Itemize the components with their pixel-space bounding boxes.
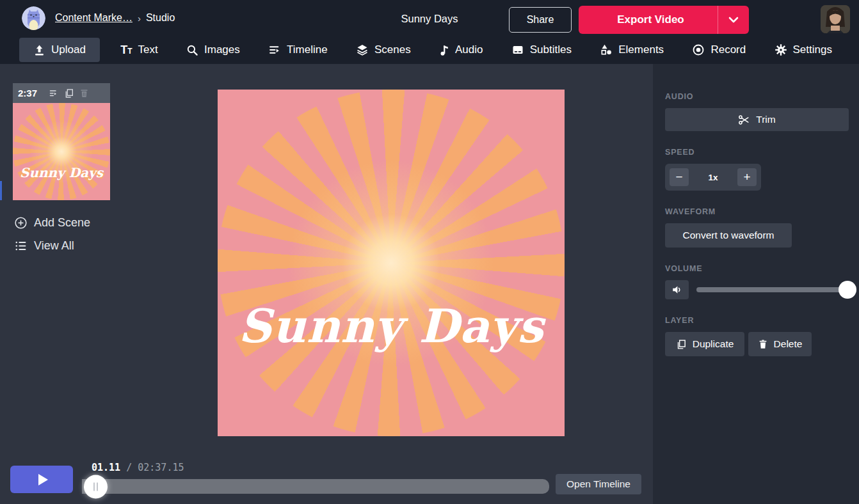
upload-icon: [33, 44, 45, 56]
view-all-button[interactable]: View All: [14, 239, 74, 253]
volume-slider-thumb[interactable]: [839, 281, 856, 299]
speed-control: − 1x +: [665, 164, 761, 191]
search-icon: [186, 44, 198, 56]
convert-to-waveform-label: Convert to waveform: [683, 230, 775, 241]
timeline-icon: [268, 44, 281, 56]
scene-timeline-icon[interactable]: [49, 88, 59, 98]
mute-button[interactable]: [665, 280, 689, 299]
export-options-caret[interactable]: [718, 17, 749, 23]
sidebar-scroll-indicator[interactable]: [0, 181, 2, 200]
export-video-button[interactable]: Export Video: [579, 6, 749, 34]
share-button-label: Share: [527, 14, 554, 26]
speed-section-label: SPEED: [665, 148, 849, 157]
breadcrumb-separator: ›: [138, 13, 141, 24]
view-all-label: View All: [34, 239, 74, 253]
speed-decrease-button[interactable]: −: [670, 168, 689, 186]
volume-section-label: VOLUME: [665, 264, 849, 273]
tab-settings-label: Settings: [793, 43, 832, 56]
thumbnail-caption: Sunny Days: [13, 165, 110, 180]
add-scene-label: Add Scene: [34, 216, 90, 230]
tab-audio[interactable]: Audio: [431, 38, 490, 61]
speaker-icon: [671, 284, 684, 295]
tab-audio-label: Audio: [455, 43, 483, 56]
circle-plus-icon: [14, 216, 28, 230]
user-avatar[interactable]: [821, 5, 850, 33]
total-time: 02:37.15: [138, 462, 184, 473]
tab-subtitles[interactable]: Subtitles: [504, 38, 579, 61]
delete-label: Delete: [774, 338, 803, 350]
scissors-icon: [738, 114, 750, 126]
tab-scenes[interactable]: Scenes: [348, 38, 419, 61]
tab-subtitles-label: Subtitles: [530, 43, 572, 56]
canvas-caption: Sunny Days: [218, 298, 565, 352]
subtitles-icon: [511, 44, 524, 56]
seek-bar[interactable]: [82, 479, 549, 494]
plus-icon: +: [743, 171, 750, 183]
scene-duplicate-icon[interactable]: [64, 88, 74, 98]
workspace-avatar[interactable]: [22, 6, 45, 30]
tab-record[interactable]: Record: [684, 38, 753, 61]
share-button[interactable]: Share: [509, 7, 572, 33]
app-header: Content Marke… › Studio Sunny Days Share…: [0, 0, 859, 64]
user-photo: [821, 5, 850, 33]
tab-settings[interactable]: Settings: [767, 38, 840, 61]
scene-card-header: 2:37: [13, 83, 110, 103]
main-toolbar: Upload TT Text Images Timeline: [0, 36, 859, 64]
breadcrumb: Content Marke… › Studio: [55, 12, 175, 24]
waveform-section-label: WAVEFORM: [665, 207, 849, 216]
tab-upload[interactable]: Upload: [19, 38, 100, 62]
export-video-label: Export Video: [579, 13, 718, 26]
volume-slider[interactable]: [696, 287, 849, 292]
open-timeline-button[interactable]: Open Timeline: [556, 474, 641, 494]
scene-card[interactable]: 2:37 Sunny Days: [13, 83, 110, 200]
gear-icon: [775, 43, 787, 56]
chevron-down-icon: [728, 17, 739, 23]
scene-duration: 2:37: [18, 88, 37, 98]
layer-actions: Duplicate Delete: [665, 332, 849, 356]
duplicate-label: Duplicate: [693, 338, 734, 350]
seek-handle[interactable]: [84, 475, 108, 498]
editor-main-area: 2:37 Sunny Days Add Scene: [0, 64, 653, 504]
tab-elements-label: Elements: [618, 43, 664, 56]
volume-control: [665, 280, 849, 299]
duplicate-layer-button[interactable]: Duplicate: [665, 332, 744, 356]
tab-scenes-label: Scenes: [374, 43, 411, 56]
tab-timeline[interactable]: Timeline: [261, 38, 335, 61]
speed-value: 1x: [708, 173, 718, 182]
video-canvas[interactable]: Sunny Days: [218, 90, 565, 436]
delete-layer-button[interactable]: Delete: [748, 332, 812, 356]
convert-to-waveform-button[interactable]: Convert to waveform: [665, 223, 792, 248]
speed-increase-button[interactable]: +: [737, 168, 757, 186]
open-timeline-label: Open Timeline: [566, 478, 630, 490]
tab-record-label: Record: [710, 43, 746, 56]
play-icon: [38, 474, 48, 485]
music-note-icon: [439, 43, 449, 56]
tab-text[interactable]: TT Text: [113, 38, 166, 61]
scene-delete-icon[interactable]: [79, 88, 89, 98]
trim-button-label: Trim: [756, 114, 775, 125]
list-icon: [14, 240, 28, 252]
add-scene-button[interactable]: Add Scene: [14, 216, 90, 230]
text-icon: TT: [120, 44, 132, 56]
shapes-icon: [600, 43, 613, 56]
tab-text-label: Text: [138, 43, 158, 56]
record-icon: [692, 43, 705, 56]
tab-images-label: Images: [204, 43, 240, 56]
audio-section-label: AUDIO: [665, 92, 849, 101]
current-time: 01.11: [92, 462, 120, 473]
play-button[interactable]: [10, 466, 73, 493]
trash-icon: [758, 339, 768, 350]
inspector-panel: AUDIO Trim SPEED − 1x + WAVEFORM Convert…: [653, 64, 859, 504]
trim-button[interactable]: Trim: [665, 108, 849, 131]
layer-section-label: LAYER: [665, 316, 849, 325]
cat-avatar-icon: [22, 6, 45, 30]
scene-thumbnail[interactable]: Sunny Days: [13, 103, 110, 200]
time-display: 01.11 / 02:37.15: [92, 462, 184, 473]
tab-elements[interactable]: Elements: [592, 38, 671, 61]
canvas-sun-glow: [218, 90, 565, 436]
project-title[interactable]: Sunny Days: [401, 13, 458, 25]
tab-images[interactable]: Images: [179, 38, 248, 61]
breadcrumb-project-link[interactable]: Content Marke…: [55, 12, 132, 24]
duplicate-icon: [676, 339, 687, 350]
minus-icon: −: [675, 171, 682, 183]
